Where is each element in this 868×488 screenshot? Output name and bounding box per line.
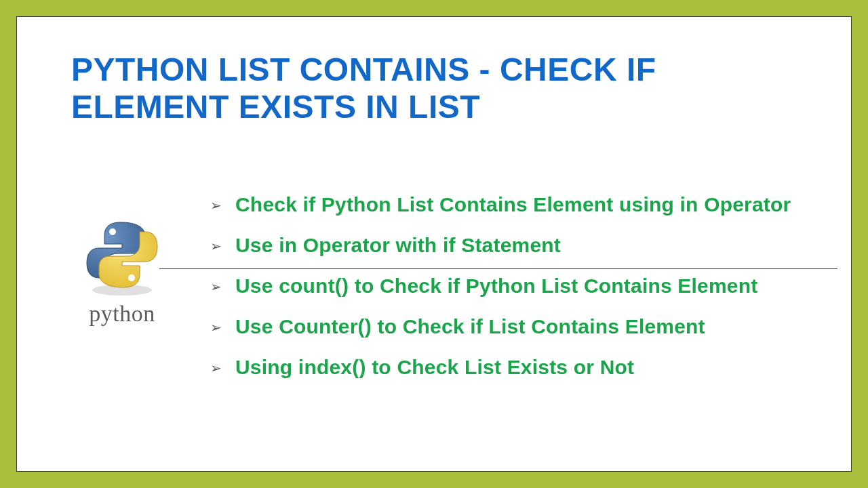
list-item: ➢ Use Counter() to Check if List Contain… bbox=[210, 315, 834, 338]
chevron-right-icon: ➢ bbox=[210, 279, 222, 295]
methods-list: ➢ Check if Python List Contains Element … bbox=[210, 193, 834, 396]
list-item: ➢ Use in Operator with if Statement bbox=[210, 234, 834, 257]
python-logo-text: python bbox=[68, 301, 176, 327]
list-item-text: Use Counter() to Check if List Contains … bbox=[235, 315, 705, 338]
svg-point-2 bbox=[128, 274, 135, 281]
list-item-text: Use in Operator with if Statement bbox=[235, 234, 561, 257]
chevron-right-icon: ➢ bbox=[210, 360, 222, 376]
python-logo-icon bbox=[81, 217, 163, 298]
list-item-text: Use count() to Check if Python List Cont… bbox=[235, 274, 757, 298]
slide-title: PYTHON LIST CONTAINS - CHECK IF ELEMENT … bbox=[71, 51, 804, 125]
python-logo: python bbox=[68, 217, 176, 327]
chevron-right-icon: ➢ bbox=[210, 238, 222, 254]
list-item: ➢ Using index() to Check List Exists or … bbox=[210, 356, 834, 379]
svg-point-1 bbox=[109, 228, 116, 235]
chevron-right-icon: ➢ bbox=[210, 197, 222, 214]
list-item-text: Check if Python List Contains Element us… bbox=[235, 193, 791, 216]
list-item-text: Using index() to Check List Exists or No… bbox=[235, 356, 634, 379]
list-item: ➢ Use count() to Check if Python List Co… bbox=[210, 274, 834, 298]
slide-frame: PYTHON LIST CONTAINS - CHECK IF ELEMENT … bbox=[16, 16, 852, 472]
chevron-right-icon: ➢ bbox=[210, 319, 222, 336]
list-item: ➢ Check if Python List Contains Element … bbox=[210, 193, 834, 216]
